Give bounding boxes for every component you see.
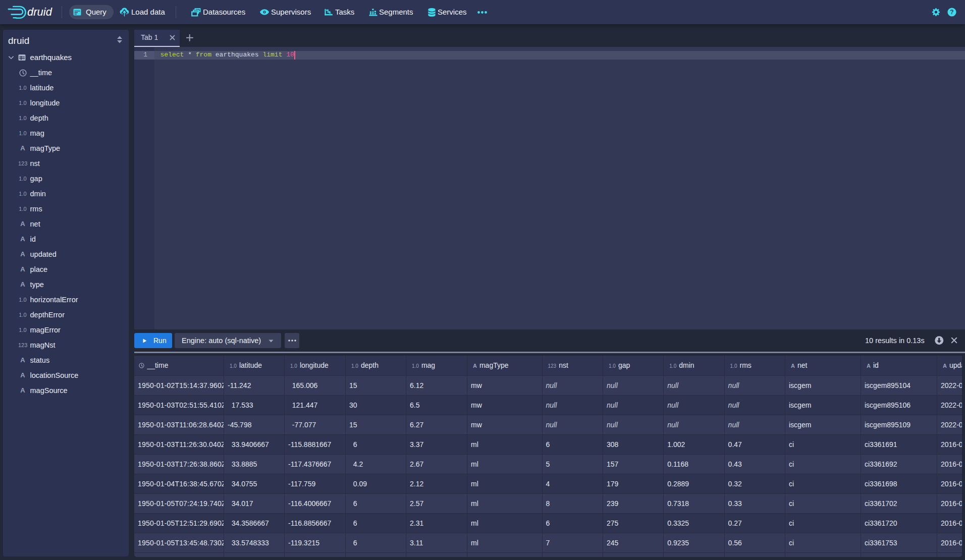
svg-text:?: ? [950,9,953,16]
